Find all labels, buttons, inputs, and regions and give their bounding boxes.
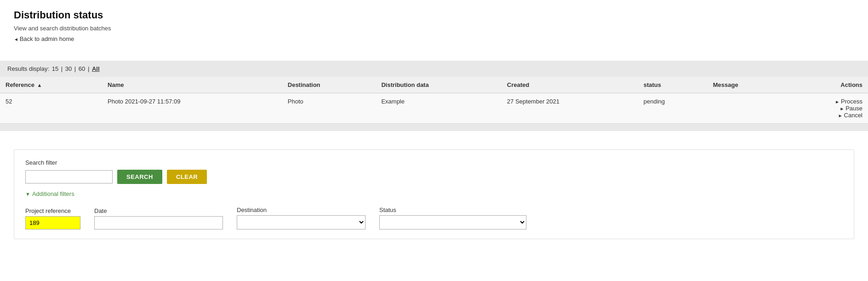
chevron-down-icon: ▼	[25, 191, 30, 197]
col-reference: Reference ▲	[0, 77, 102, 93]
project-reference-label: Project reference	[25, 207, 80, 214]
cell-message	[708, 93, 786, 124]
results-all[interactable]: All	[92, 65, 100, 72]
search-section-wrapper: Search filter SEARCH CLEAR ▼ Additional …	[0, 131, 868, 248]
date-input[interactable]	[94, 216, 223, 229]
additional-filters-label: Additional filters	[32, 190, 74, 197]
status-label: Status	[379, 206, 526, 213]
results-15[interactable]: 15	[52, 65, 58, 72]
cell-status: pending	[638, 93, 708, 124]
results-30[interactable]: 30	[65, 65, 72, 72]
destination-label: Destination	[237, 206, 365, 213]
date-label: Date	[94, 207, 223, 214]
destination-select[interactable]	[237, 215, 365, 229]
project-reference-input[interactable]	[25, 216, 80, 229]
destination-field: Destination	[237, 206, 365, 229]
results-bar: Results display: 15 | 30 | 60 | All	[0, 61, 868, 77]
col-created: Created	[502, 77, 638, 93]
cell-distribution_data: Example	[376, 93, 501, 124]
action-cancel[interactable]: Cancel	[791, 112, 862, 119]
search-button[interactable]: SEARCH	[117, 170, 162, 184]
additional-filters-toggle[interactable]: ▼ Additional filters	[25, 190, 843, 197]
search-input[interactable]	[25, 170, 113, 184]
page-wrapper: Distribution status View and search dist…	[0, 0, 868, 61]
search-row: SEARCH CLEAR	[25, 170, 843, 184]
back-to-admin-link[interactable]: Back to admin home	[14, 35, 74, 42]
cell-reference: 52	[0, 93, 102, 124]
action-pause[interactable]: Pause	[791, 105, 862, 112]
col-name: Name	[102, 77, 282, 93]
col-actions: Actions	[785, 77, 868, 93]
status-select[interactable]	[379, 215, 526, 229]
table-header-row: Reference ▲ Name Destination Distributio…	[0, 77, 868, 93]
table-section: Results display: 15 | 30 | 60 | All Refe…	[0, 61, 868, 131]
cell-destination: Photo	[282, 93, 376, 124]
results-display-label: Results display:	[7, 65, 49, 72]
distribution-table: Reference ▲ Name Destination Distributio…	[0, 77, 868, 124]
col-status: status	[638, 77, 708, 93]
page-title: Distribution status	[14, 9, 854, 21]
sort-arrow-reference: ▲	[37, 82, 42, 88]
cell-created: 27 September 2021	[502, 93, 638, 124]
col-message: Message	[708, 77, 786, 93]
search-filter-label: Search filter	[25, 159, 843, 166]
clear-button[interactable]: CLEAR	[167, 170, 207, 184]
col-distribution-data: Distribution data	[376, 77, 501, 93]
table-row: 52Photo 2021-09-27 11:57:09PhotoExample2…	[0, 93, 868, 124]
additional-filters-row: Project reference Date Destination Statu…	[25, 206, 843, 229]
results-60[interactable]: 60	[79, 65, 85, 72]
page-subtitle: View and search distribution batches	[14, 25, 854, 32]
date-field: Date	[94, 207, 223, 229]
cell-actions: ProcessPauseCancel	[785, 93, 868, 124]
status-field: Status	[379, 206, 526, 229]
cell-name: Photo 2021-09-27 11:57:09	[102, 93, 282, 124]
project-reference-field: Project reference	[25, 207, 80, 229]
col-destination: Destination	[282, 77, 376, 93]
action-process[interactable]: Process	[791, 98, 862, 105]
search-section: Search filter SEARCH CLEAR ▼ Additional …	[14, 149, 854, 239]
